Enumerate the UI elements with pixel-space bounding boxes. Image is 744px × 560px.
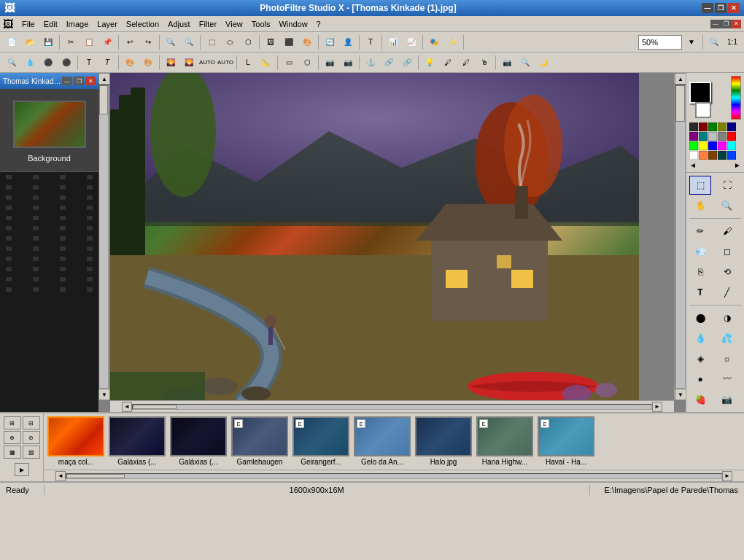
hscroll-thumb[interactable] (133, 405, 177, 409)
menu-tools[interactable]: Tools (247, 18, 275, 30)
burn-tool[interactable]: ● (689, 370, 711, 389)
palette-color[interactable] (689, 122, 698, 131)
bulb-btn[interactable]: 💡 (421, 55, 438, 71)
doc-maximize[interactable]: ❐ (74, 77, 84, 85)
link2-btn[interactable]: 🔗 (398, 55, 416, 71)
redo-button[interactable]: ↪ (139, 34, 157, 50)
secondary-color[interactable] (695, 102, 711, 118)
palette-color[interactable] (708, 151, 717, 160)
filmstrip-scroll-right[interactable]: ► (722, 471, 732, 481)
sharpen-tool[interactable]: ◈ (689, 349, 711, 368)
undo-button[interactable]: ↩ (121, 34, 139, 50)
film-item-1[interactable]: Galáxias (... (108, 416, 166, 466)
film-item-4[interactable]: E Geirangerf... (292, 416, 350, 466)
paste-button[interactable]: 📌 (98, 34, 116, 50)
film-item-3[interactable]: E Gamlehaugen (230, 416, 289, 466)
palette-color[interactable] (718, 132, 726, 141)
zoom-out-button[interactable]: 🔍 (180, 34, 198, 50)
canvas-scroll[interactable] (110, 73, 686, 400)
magnify-btn[interactable]: 🔍 (3, 55, 20, 71)
copy-button[interactable]: 📋 (80, 34, 98, 50)
new-button[interactable]: 📄 (3, 34, 20, 50)
minimize-button[interactable]: — (702, 3, 713, 13)
palette-color[interactable] (718, 141, 726, 150)
text-normal-btn[interactable]: T (80, 55, 98, 71)
zoom-in-button[interactable]: 🔍 (162, 34, 179, 50)
palette-color[interactable] (689, 151, 698, 160)
menu-file[interactable]: File (18, 18, 39, 30)
pencil-tool[interactable]: ✏ (689, 222, 711, 241)
pen2-btn[interactable]: 🖊 (457, 55, 475, 71)
select-tool[interactable]: ⬚ (689, 176, 711, 195)
palette-prev[interactable]: ◄ (689, 161, 697, 169)
menu-filter[interactable]: Filter (195, 18, 221, 30)
camera-btn[interactable]: 📷 (321, 55, 338, 71)
history-tool[interactable]: ⟲ (716, 262, 738, 281)
menu-adjust[interactable]: Adjust (163, 18, 195, 30)
palette-color[interactable] (708, 141, 717, 150)
eraser-tool[interactable]: ◻ (716, 242, 738, 261)
text-tool[interactable]: T (689, 283, 711, 302)
fs-btn-5[interactable]: ▦ (4, 446, 21, 459)
fs-btn-3[interactable]: ⊕ (4, 431, 21, 444)
color-spectrum[interactable] (731, 76, 741, 120)
doc-close[interactable]: ✕ (85, 77, 96, 85)
palette-color[interactable] (718, 151, 726, 160)
clone-tool[interactable]: ⎘ (689, 262, 711, 281)
hscroll-right[interactable]: ► (652, 402, 662, 412)
inner-close[interactable]: ✕ (731, 20, 741, 28)
menu-image[interactable]: Image (62, 18, 93, 30)
maximize-button[interactable]: ❐ (715, 3, 726, 13)
histogram-btn[interactable]: 📊 (384, 34, 402, 50)
dodge-tool[interactable]: ☼ (716, 349, 738, 368)
airbrush-tool[interactable]: 💨 (689, 242, 711, 261)
palette-color[interactable] (699, 151, 708, 160)
palette-color[interactable] (718, 122, 726, 131)
menu-edit[interactable]: Edit (39, 18, 62, 30)
zoom-input[interactable]: 50% (638, 35, 682, 50)
snapshot-btn[interactable]: 📷 (339, 55, 357, 71)
palette-color[interactable] (727, 141, 736, 150)
vscroll-up[interactable]: ▲ (98, 73, 110, 85)
image-btn[interactable]: 🖼 (262, 34, 279, 50)
palette-color[interactable] (727, 151, 736, 160)
zoom-fit-button[interactable]: 🔍 (705, 34, 723, 50)
sample-btn[interactable]: 📷 (498, 55, 516, 71)
curves-btn[interactable]: 📈 (403, 34, 420, 50)
hscroll-left[interactable]: ◄ (122, 402, 132, 412)
fs-btn-4[interactable]: ⊘ (23, 431, 40, 444)
dropper-btn[interactable]: 💧 (21, 55, 39, 71)
mask-btn[interactable]: 🎭 (425, 34, 443, 50)
level2-btn[interactable]: 🌄 (180, 55, 198, 71)
move-tool[interactable]: ⛶ (716, 176, 738, 195)
film-item-6[interactable]: Halo.jpg (414, 416, 473, 466)
palette-color[interactable] (727, 132, 736, 141)
gradient-btn[interactable]: 🎨 (298, 34, 316, 50)
fs-btn-6[interactable]: ▧ (23, 446, 40, 459)
fill-btn[interactable]: ⬛ (280, 34, 298, 50)
inner-minimize[interactable]: — (710, 20, 721, 28)
photo-tool[interactable]: 📷 (716, 390, 738, 409)
palette-next[interactable]: ► (734, 161, 741, 169)
auto2-btn[interactable]: AUTO (217, 55, 234, 71)
gradient-tool[interactable]: ◑ (716, 308, 738, 327)
smudge-tool[interactable]: 〰 (716, 370, 738, 389)
cut-button[interactable]: ✂ (62, 34, 80, 50)
menu-view[interactable]: View (221, 18, 247, 30)
menu-help[interactable]: ? (312, 18, 325, 30)
menu-window[interactable]: Window (274, 18, 311, 30)
zoom-tool[interactable]: 🔍 (716, 196, 738, 215)
fs-btn-1[interactable]: ⊞ (4, 416, 21, 429)
rotate-btn[interactable]: 🔄 (321, 34, 338, 50)
palette-color[interactable] (689, 141, 698, 150)
sponge-tool[interactable]: 🍓 (689, 390, 711, 409)
auto-btn[interactable]: AUTO (198, 55, 216, 71)
hand-tool[interactable]: ✋ (689, 196, 711, 215)
palette-color[interactable] (708, 122, 717, 131)
menu-selection[interactable]: Selection (122, 18, 163, 30)
film-item-2[interactable]: Galáxias (... (169, 416, 228, 466)
save-button[interactable]: 💾 (39, 34, 57, 50)
dropper-tool[interactable]: 💧 (689, 329, 711, 348)
zoom3-btn[interactable]: 🔍 (516, 55, 534, 71)
color2-btn[interactable]: 🎨 (139, 55, 157, 71)
